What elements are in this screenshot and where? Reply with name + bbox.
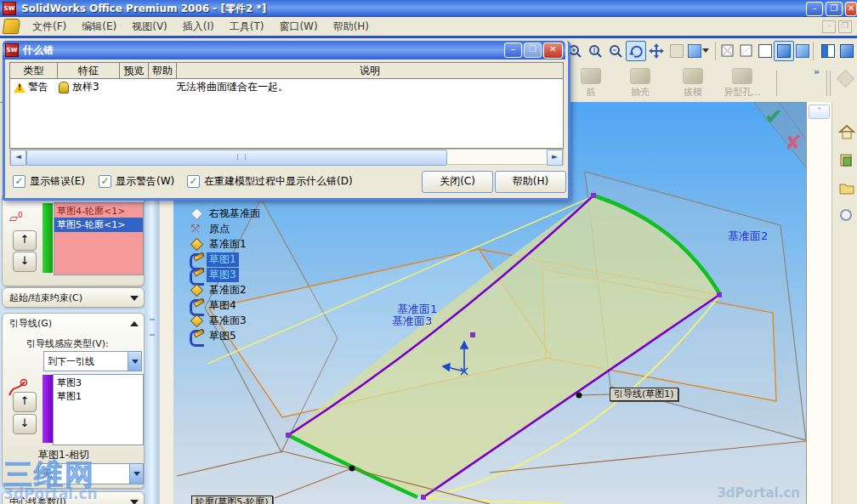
shaded-with-edges-icon[interactable] (774, 41, 794, 61)
zoom-fit-icon[interactable] (606, 42, 625, 60)
guide-down-button[interactable]: ↓ (13, 414, 37, 434)
checkbox-checked-icon[interactable]: ✓ (187, 175, 200, 188)
guide-item[interactable]: 草图3 (54, 375, 143, 389)
hidden-lines-removed-icon[interactable] (756, 42, 775, 60)
move-up-button[interactable]: ↑ (13, 230, 37, 251)
menu-tools[interactable]: 工具(T) (222, 18, 272, 36)
show-warnings-checkbox[interactable]: ✓ 显示警告(W) (99, 174, 174, 189)
guide-callout[interactable]: 引导线(草图1) (610, 388, 678, 401)
rotate-view-icon[interactable] (626, 41, 646, 61)
dialog-close-icon[interactable]: ✕ (543, 42, 563, 59)
start-end-constraints-group[interactable]: 起始/结束约束(C) (2, 287, 145, 308)
col-description[interactable]: 说明 (177, 63, 563, 78)
tree-item-plane3[interactable]: 基准面3 (190, 313, 263, 328)
profiles-listbox[interactable]: 草图4-轮廓<1> 草图5-轮廓<1> (54, 202, 144, 275)
view-orientation-icon[interactable] (685, 42, 704, 60)
standard-views-icon[interactable] (667, 42, 686, 60)
checkbox-checked-icon[interactable]: ✓ (99, 175, 111, 188)
guide-up-button[interactable]: ↑ (13, 392, 37, 412)
menu-help[interactable]: 帮助(H) (326, 18, 377, 36)
profile-item[interactable]: 草图4-轮廓<1> (54, 203, 143, 218)
scroll-thumb[interactable] (26, 150, 447, 166)
child-restore-button[interactable]: ❐ (838, 20, 852, 33)
pan-icon[interactable] (647, 42, 666, 60)
sketch-icon (190, 299, 203, 312)
zoom-in-out-icon[interactable] (586, 42, 604, 60)
resources-home-icon[interactable] (838, 123, 855, 140)
menu-insert[interactable]: 插入(I) (175, 18, 222, 36)
shaded-view-icon[interactable] (793, 42, 812, 60)
dialog-titlebar[interactable]: SW 什么错 – ❐ ✕ (3, 41, 565, 59)
wireframe-view-icon[interactable] (718, 42, 737, 60)
move-down-button[interactable]: ↓ (13, 252, 37, 272)
dialog-close-button[interactable]: 关闭(C) (422, 171, 493, 193)
col-preview[interactable]: 预览 (120, 63, 149, 78)
design-library-icon[interactable] (838, 151, 855, 168)
col-help[interactable]: 帮助 (149, 63, 177, 78)
chevron-down-icon (130, 296, 139, 301)
start-end-label: 起始/结束约束(C) (9, 292, 130, 304)
guide-item[interactable]: 草图1 (54, 389, 143, 404)
tree-item-sketch1[interactable]: 草图1 (190, 252, 263, 267)
guide-point-marker[interactable] (576, 393, 582, 399)
task-pane-collapse-button[interactable]: ⌃ (809, 105, 830, 119)
centerline-group[interactable]: 中心线参数(I) (2, 491, 145, 504)
checkbox-checked-icon[interactable]: ✓ (13, 175, 26, 188)
combo-arrow-icon[interactable] (129, 464, 143, 484)
tangency-combo[interactable]: 无 (38, 463, 144, 484)
shell-button[interactable]: 抽壳 (616, 68, 665, 100)
minimize-button[interactable]: – (806, 2, 823, 16)
scroll-left-icon[interactable]: ◄ (10, 150, 26, 166)
section-cube-icon[interactable] (837, 42, 856, 60)
section-view-icon[interactable] (819, 42, 837, 60)
file-explorer-icon[interactable] (838, 179, 855, 196)
scroll-right-icon[interactable]: ► (547, 150, 563, 166)
error-row[interactable]: 警告 放样3 无法将曲面缝合在一起。 (10, 79, 563, 95)
splitter-grip[interactable] (150, 319, 155, 336)
toolbar-overflow-chevron[interactable]: » (814, 66, 820, 77)
search-circle-icon[interactable] (838, 207, 855, 224)
draft-button[interactable]: 拔模 (668, 68, 718, 100)
menu-view[interactable]: 视图(V) (124, 18, 175, 36)
menu-window[interactable]: 窗口(W) (271, 18, 325, 36)
profiles-group: ▱0 草图4-轮廓<1> 草图5-轮廓<1> ↑ ↓ (2, 193, 145, 286)
tree-item-sketch3[interactable]: 草图3 (190, 267, 263, 282)
panel-splitter[interactable] (145, 198, 159, 504)
tree-item-sketch4[interactable]: 草图4 (190, 297, 263, 313)
point-marker[interactable] (349, 466, 355, 472)
show-errors-checkbox[interactable]: ✓ 显示错误(E) (13, 174, 85, 189)
tree-item-origin[interactable]: ⤱ 原点 (190, 221, 263, 236)
tree-item-sketch5[interactable]: 草图5 (190, 328, 263, 343)
whats-wrong-dialog: SW 什么错 – ❐ ✕ 类型 特征 预览 帮助 说明 警告 放样3 无法将曲面… (3, 41, 570, 201)
combo-arrow-icon[interactable] (128, 352, 141, 371)
tree-item-plane2[interactable]: 基准面2 (190, 282, 263, 297)
dialog-minimize-button[interactable]: – (504, 42, 522, 58)
restore-button[interactable]: ❐ (826, 2, 843, 16)
confirm-ok-icon[interactable]: ✔ (764, 104, 783, 129)
reference-geometry-icon[interactable] (837, 70, 854, 88)
close-button[interactable]: ✕ (845, 2, 857, 16)
table-header: 类型 特征 预览 帮助 说明 (10, 63, 563, 79)
child-minimize-button[interactable]: – (822, 20, 836, 33)
col-type[interactable]: 类型 (10, 63, 58, 78)
hole-wizard-label: 异型孔... (718, 86, 767, 99)
guide-listbox[interactable]: 草图3 草图1 (53, 374, 144, 445)
hidden-lines-visible-icon[interactable] (737, 42, 756, 60)
plane-icon (190, 238, 203, 251)
tree-item-right-plane[interactable]: 右视基准面 (190, 206, 263, 221)
menu-edit[interactable]: 编辑(E) (74, 18, 124, 36)
tree-item-plane1[interactable]: 基准面1 (190, 236, 263, 252)
view-dropdown-caret[interactable] (702, 48, 709, 53)
menu-file[interactable]: 文件(F) (25, 18, 74, 36)
dialog-help-button[interactable]: 帮助(H) (495, 171, 566, 193)
profile-callout[interactable]: 轮廓(草图5-轮廓) (191, 496, 273, 504)
rib-button[interactable]: 筋 (566, 68, 616, 100)
guide-type-combo[interactable]: 到下一引线 (43, 351, 142, 371)
show-on-rebuild-checkbox[interactable]: ✓ 在重建模型过程中显示什么错(D) (187, 174, 353, 189)
confirm-cancel-icon[interactable]: ✘ (785, 131, 802, 155)
hole-wizard-button[interactable]: 异型孔... (718, 68, 767, 100)
dialog-hscrollbar[interactable]: ◄ ► (9, 149, 564, 165)
profile-item-selected[interactable]: 草图5-轮廓<1> (54, 218, 143, 232)
col-feature[interactable]: 特征 (58, 63, 120, 78)
scroll-track[interactable] (447, 150, 547, 164)
